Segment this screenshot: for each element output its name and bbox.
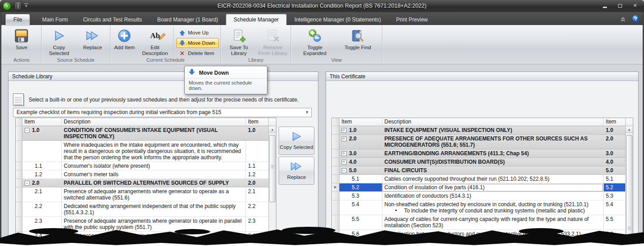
- scroll-up-icon[interactable]: ▲: [269, 126, 276, 133]
- item-cell-right[interactable]: 2.1: [246, 187, 269, 202]
- table-row[interactable]: 5.1Cables correctly supported throughout…: [332, 175, 626, 183]
- description-cell[interactable]: Presence of adequate arrangements where …: [61, 187, 246, 202]
- item-cell[interactable]: 5.1: [339, 175, 382, 183]
- item-cell[interactable]: 5.3: [339, 192, 382, 200]
- scrollbar-thumb[interactable]: [269, 135, 275, 202]
- tab-circuits-and-test-results[interactable]: Circuits and Test Results: [76, 15, 150, 25]
- row-indicator-cell[interactable]: [16, 162, 22, 170]
- edit-description-button[interactable]: Ab Edit Description: [138, 27, 172, 57]
- item-cell-right[interactable]: [246, 141, 269, 162]
- certificate-table-scrollbar[interactable]: ▲: [625, 118, 633, 241]
- item-cell[interactable]: +2.0: [339, 135, 382, 149]
- help-icon[interactable]: ?: [632, 15, 640, 24]
- copy-selected-side-button[interactable]: Copy Selected: [279, 127, 314, 155]
- description-cell[interactable]: Cables correctly supported throughout th…: [382, 175, 603, 183]
- item-cell-right[interactable]: 4.0: [603, 158, 626, 166]
- tab-intelligence-manager-0-statements[interactable]: Intelligence Manager (0 Statements): [287, 15, 388, 25]
- row-indicator-cell[interactable]: [332, 175, 339, 183]
- quick-access-toolbar[interactable]: [14, 1, 21, 10]
- item-cell[interactable]: −1.0: [22, 126, 61, 141]
- description-cell[interactable]: Consumer's isolator (where present): [61, 162, 246, 170]
- remove-from-library-button[interactable]: Remove From Library: [257, 27, 289, 57]
- collapse-toggle-icon[interactable]: −: [25, 128, 30, 133]
- item-cell-right[interactable]: 1.0: [246, 126, 269, 141]
- row-indicator-cell[interactable]: [16, 170, 22, 179]
- item-cell-right[interactable]: 1.0: [603, 126, 626, 135]
- description-cell[interactable]: Condition of insulation of live parts (4…: [382, 183, 603, 192]
- item-cell[interactable]: 1.2: [22, 170, 61, 179]
- row-indicator-cell[interactable]: [332, 135, 339, 149]
- column-header-item2[interactable]: Item: [603, 118, 626, 126]
- row-indicator-cell[interactable]: [332, 192, 339, 200]
- column-header-item2[interactable]: Item: [246, 118, 269, 126]
- row-indicator-cell[interactable]: [16, 187, 22, 202]
- description-cell[interactable]: FINAL CIRCUITS: [382, 166, 603, 175]
- expand-toggle-icon[interactable]: +: [342, 151, 347, 156]
- tab-schedule-manager[interactable]: Schedule Manager: [226, 14, 287, 25]
- description-cell[interactable]: PARALLEL OR SWITCHED ALTERNATIVE SOURCES…: [61, 179, 246, 187]
- item-cell[interactable]: +4.0: [339, 158, 382, 166]
- save-to-library-button[interactable]: Save To Library: [223, 27, 255, 57]
- column-header-description[interactable]: Description: [382, 118, 603, 126]
- replace-side-button[interactable]: Replace: [279, 157, 314, 185]
- row-indicator-cell[interactable]: [16, 202, 22, 217]
- replace-button[interactable]: Replace: [76, 27, 109, 57]
- item-cell[interactable]: 5.4: [339, 200, 382, 215]
- toggle-find-button[interactable]: Toggle Find: [339, 27, 377, 57]
- row-indicator-cell[interactable]: [332, 149, 339, 158]
- description-cell[interactable]: Identification of conductors (514.3.1): [382, 192, 603, 200]
- row-indicator-cell[interactable]: [16, 179, 22, 187]
- move-up-button[interactable]: Move Up: [176, 28, 219, 38]
- item-cell[interactable]: 2.2: [22, 202, 61, 217]
- table-row[interactable]: 5.3Identification of conductors (514.3.1…: [332, 192, 626, 200]
- table-row[interactable]: +3.0EARTHING/BONDING ARRANGEMENTS (411.3…: [332, 149, 626, 158]
- row-indicator-cell[interactable]: ▸: [332, 183, 339, 192]
- row-indicator-cell[interactable]: [16, 126, 22, 141]
- toggle-expanded-button[interactable]: Toggle Expanded: [296, 27, 334, 57]
- minimize-button[interactable]: [599, 2, 610, 9]
- table-row[interactable]: 5.4Non-sheathed cables protected by encl…: [332, 200, 626, 215]
- description-cell[interactable]: Dedicated earthing arrangement independe…: [61, 202, 246, 217]
- row-indicator-cell[interactable]: [332, 126, 339, 135]
- description-cell[interactable]: EARTHING/BONDING ARRANGEMENTS (411.3; Ch…: [382, 149, 603, 158]
- row-indicator-cell[interactable]: [332, 200, 339, 215]
- tab-file[interactable]: File: [5, 14, 30, 25]
- expand-toggle-icon[interactable]: +: [342, 160, 347, 165]
- expand-toggle-icon[interactable]: +: [342, 136, 347, 141]
- move-down-button[interactable]: Move Down: [176, 38, 219, 48]
- item-cell[interactable]: −2.0: [22, 179, 61, 187]
- description-cell[interactable]: Non-sheathed cables protected by enclosu…: [382, 200, 603, 215]
- table-row[interactable]: ▸5.2Condition of insulation of live part…: [332, 183, 626, 192]
- table-row[interactable]: +2.0PRESENCE OF ADEQUATE ARRANGEMENTS FO…: [332, 135, 626, 149]
- item-cell-right[interactable]: 5.1: [603, 175, 626, 183]
- row-indicator-cell[interactable]: [332, 158, 339, 166]
- quick-access-dropdown-icon[interactable]: ▾: [24, 4, 28, 8]
- scrollbar-thumb[interactable]: [626, 135, 632, 237]
- item-cell[interactable]: [22, 141, 61, 162]
- item-cell[interactable]: +1.0: [339, 126, 382, 135]
- add-item-button[interactable]: Add Item: [111, 27, 138, 57]
- description-cell[interactable]: Where inadequacies in the intake equipme…: [61, 141, 246, 162]
- item-cell-right[interactable]: 5.4: [603, 200, 626, 215]
- item-cell-right[interactable]: 2.0: [603, 135, 626, 149]
- schedule-select[interactable]: Example checklist of items requiring ins…: [13, 108, 312, 117]
- collapse-toggle-icon[interactable]: −: [25, 181, 30, 186]
- item-cell-right[interactable]: 5.2: [603, 183, 626, 192]
- item-cell-right[interactable]: 3.0: [603, 149, 626, 158]
- app-icon[interactable]: [3, 2, 11, 12]
- item-cell-right[interactable]: 1.2: [246, 170, 269, 179]
- table-row[interactable]: 2.1Presence of adequate arrangements whe…: [16, 187, 269, 202]
- table-row[interactable]: −5.0FINAL CIRCUITS5.0: [332, 166, 626, 175]
- item-cell[interactable]: 1.1: [22, 162, 61, 170]
- column-header-description[interactable]: Description: [61, 118, 246, 126]
- tab-main-form[interactable]: Main Form: [34, 15, 75, 25]
- item-cell-right[interactable]: 1.1: [246, 162, 269, 170]
- expand-toggle-icon[interactable]: +: [342, 128, 347, 133]
- description-cell[interactable]: Consumer's meter tails: [61, 170, 246, 179]
- item-cell[interactable]: 5.2: [339, 183, 382, 192]
- table-row[interactable]: +1.0INTAKE EQUIPMENT (VISUAL INSPECTION …: [332, 126, 626, 135]
- item-cell-right[interactable]: 5.0: [603, 166, 626, 175]
- table-row[interactable]: 2.2Dedicated earthing arrangement indepe…: [16, 202, 269, 217]
- close-button[interactable]: ✕: [630, 2, 640, 9]
- table-row[interactable]: Where inadequacies in the intake equipme…: [16, 141, 269, 162]
